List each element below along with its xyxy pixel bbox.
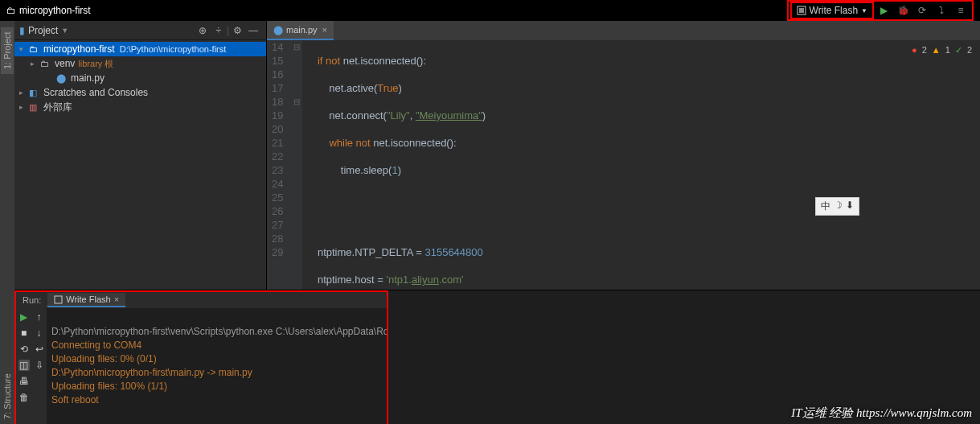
close-icon[interactable]: × [114, 294, 119, 304]
tree-external[interactable]: ▸ ▥ 外部库 [14, 100, 266, 114]
collapse-icon[interactable]: ÷ [211, 25, 227, 36]
project-tool-tab[interactable]: 1: Project [1, 27, 14, 74]
chevron-down-icon[interactable]: ▼ [61, 27, 68, 35]
rerun-button[interactable]: ▶ [18, 311, 30, 323]
attach-button[interactable]: ⤵ [933, 2, 949, 19]
svg-rect-2 [55, 296, 62, 303]
up-button[interactable]: ↑ [34, 311, 45, 323]
hide-icon[interactable]: — [245, 25, 261, 36]
flash-label: Write Flash [810, 5, 858, 16]
stop-button[interactable]: ■ [18, 327, 30, 339]
fold-icon[interactable]: ⊟ [291, 95, 302, 109]
root-path: D:\Python\micropython-first [120, 44, 227, 54]
mainpy-name: main.py [71, 72, 105, 84]
warning-count: 1 [945, 45, 950, 56]
console-line: Uploading files: 0% (0/1) [51, 353, 157, 364]
line-gutter: 14151617181920212223242526272829 [267, 40, 291, 290]
console-line: Soft reboot [51, 394, 99, 405]
console-line: D:\Python\micropython-first\venv\Scripts… [51, 326, 387, 337]
error-count: 2 [922, 45, 927, 56]
libraries-icon: ▥ [29, 102, 40, 113]
run-panel: Run: Write Flash × ▶ ■ ⟲ ◫ 🖶 🗑 ↑ [0, 290, 980, 423]
run-tab-label: Write Flash [66, 294, 110, 304]
console-line: Uploading files: 100% (1/1) [51, 381, 167, 392]
editor-area: ⬤ main.py × 1415161718192021222324252627… [267, 21, 980, 290]
folder-icon: 🗀 [29, 44, 40, 54]
root-name: micropython-first [43, 43, 115, 55]
highlighted-console: ▶ ■ ⟲ ◫ 🖶 🗑 ↑ ↓ ↩ ⇩ D:\Python\micropytho… [14, 308, 388, 424]
run-toolbar: ▶ ■ ⟲ ◫ 🖶 🗑 ↑ ↓ ↩ ⇩ [16, 308, 47, 424]
code-editor[interactable]: 14151617181920212223242526272829 ⊟⊟ if n… [267, 40, 980, 290]
gear-icon[interactable]: ⚙ [229, 25, 245, 36]
error-icon: ● [912, 45, 917, 56]
left-toolwindow-bar: 1: Project [0, 21, 14, 290]
project-panel: ▮ Project ▼ ⊕ ÷ | ⚙ — ▾ 🗀 micropython-fi… [14, 21, 267, 290]
close-icon[interactable]: × [322, 25, 327, 35]
chevron-right-icon: ▸ [19, 89, 29, 97]
editor-tabbar: ⬤ main.py × [267, 21, 980, 40]
editor-tab-mainpy[interactable]: ⬤ main.py × [267, 21, 334, 40]
run-button[interactable]: ▶ [875, 2, 892, 19]
debug-button[interactable]: 🐞 [895, 2, 911, 19]
console-output[interactable]: D:\Python\micropython-first\venv\Scripts… [47, 308, 387, 424]
ok-icon: ✓ [955, 45, 962, 56]
menu-icon[interactable]: ≡ [953, 2, 969, 19]
titlebar: 🗀 micropython-first Write Flash ▼ ▶ 🐞 ⟳ … [0, 0, 980, 21]
venv-name: venv [55, 58, 75, 69]
layout-button[interactable]: ◫ [18, 360, 30, 371]
venv-tag: library 根 [78, 58, 113, 70]
scroll-button[interactable]: ⇩ [34, 360, 45, 371]
project-tree: ▾ 🗀 micropython-first D:\Python\micropyt… [14, 40, 266, 116]
console-line: D:\Python\micropython-first\main.py -> m… [51, 367, 252, 378]
scratches-label: Scratches and Consoles [43, 87, 148, 98]
chevron-down-icon: ▼ [861, 7, 867, 14]
chevron-down-icon: ▾ [19, 45, 29, 53]
restart-button[interactable]: ⟲ [18, 344, 30, 355]
project-title: micropython-first [19, 5, 91, 16]
flash-icon [797, 6, 806, 15]
ok-count: 2 [967, 45, 972, 56]
folder-icon: 🗀 [6, 5, 16, 16]
locate-icon[interactable]: ⊕ [195, 25, 211, 36]
watermark: IT运维 经验 https://www.qnjslm.com [791, 405, 972, 421]
ime-indicator[interactable]: 中 ☽ ⬇ [815, 197, 859, 216]
run-label: Run: [16, 295, 47, 305]
python-file-icon: ⬤ [56, 73, 68, 84]
softwrap-button[interactable]: ↩ [34, 344, 45, 355]
fold-gutter: ⊟⊟ [291, 40, 302, 290]
flash-icon [54, 295, 63, 304]
run-tab-flash[interactable]: Write Flash × [47, 293, 125, 307]
inspection-status[interactable]: ●2 ▲1 ✓2 [912, 45, 972, 56]
svg-rect-1 [799, 8, 804, 13]
delete-button[interactable]: 🗑 [18, 392, 30, 403]
code-body[interactable]: if not net.isconnected(): net.active(Tru… [302, 40, 980, 290]
structure-tool-tab[interactable]: 7: Structure [0, 290, 14, 424]
project-header-label[interactable]: Project [28, 25, 58, 36]
python-file-icon: ⬤ [273, 25, 283, 35]
scratches-icon: ◧ [29, 88, 40, 98]
folder-icon: 🗀 [40, 59, 51, 68]
tree-root[interactable]: ▾ 🗀 micropython-first D:\Python\micropyt… [14, 42, 266, 56]
run-tabbar: Run: Write Flash × [14, 290, 388, 308]
down-button[interactable]: ↓ [34, 327, 45, 339]
chevron-right-icon: ▸ [19, 103, 29, 111]
external-label: 外部库 [43, 101, 72, 114]
highlighted-toolbar: Write Flash ▼ ▶ 🐞 ⟳ ⤵ ≡ [787, 0, 974, 21]
fold-icon[interactable]: ⊟ [291, 40, 302, 54]
warning-icon: ▲ [932, 45, 941, 56]
coverage-button[interactable]: ⟳ [914, 2, 930, 19]
console-line: Connecting to COM4 [51, 340, 141, 351]
chevron-right-icon: ▸ [31, 60, 40, 68]
project-panel-header: ▮ Project ▼ ⊕ ÷ | ⚙ — [14, 21, 266, 40]
print-button[interactable]: 🖶 [18, 376, 30, 387]
project-icon: ▮ [19, 25, 25, 36]
tree-mainpy[interactable]: ⬤ main.py [14, 71, 266, 85]
tab-label: main.py [286, 25, 318, 35]
tree-venv[interactable]: ▸ 🗀 venv library 根 [14, 56, 266, 71]
write-flash-button[interactable]: Write Flash ▼ [790, 2, 874, 19]
tree-scratches[interactable]: ▸ ◧ Scratches and Consoles [14, 85, 266, 100]
